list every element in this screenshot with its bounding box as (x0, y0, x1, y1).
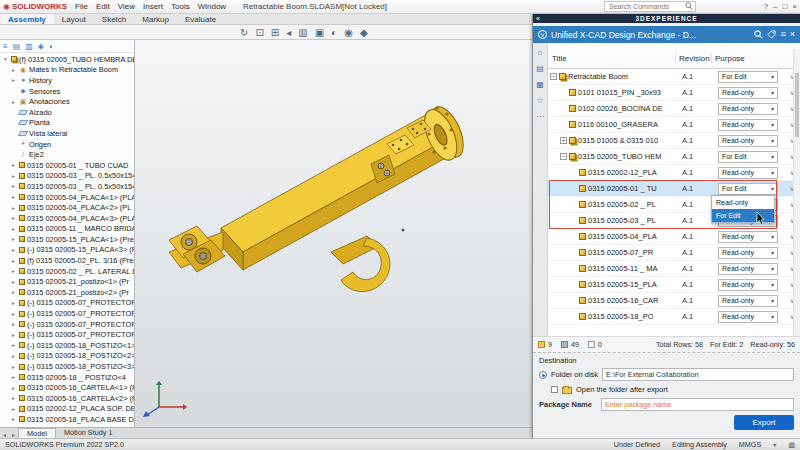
configuration-manager-icon[interactable]: ▥ (25, 42, 33, 51)
tree-expander-icon[interactable]: ▸ (10, 289, 17, 295)
chevron-circle-icon[interactable]: ∨ (538, 30, 547, 39)
table-row[interactable]: −Retractable BoomA.1For Edit▾∨ (548, 69, 800, 85)
menu-edit[interactable]: Edit (92, 2, 114, 11)
purpose-dropdown[interactable]: For Edit▾ (718, 151, 778, 163)
purpose-dropdown[interactable]: Read-only▾ (718, 231, 778, 243)
purpose-dropdown[interactable]: Read-only▾ (718, 247, 778, 259)
panel-menu-icon[interactable]: ≡ (780, 30, 785, 39)
tree-expander-icon[interactable]: ▸ (10, 364, 17, 370)
table-row[interactable]: 0116 00100_GRASERAA.1Read-only▾∨ (548, 117, 800, 133)
table-row[interactable]: 0102 02026_BOCINA DEA.1Read-only▾∨ (548, 101, 800, 117)
tree-item[interactable]: ▸0315 02005-21_postizo<1> (Pr (2, 276, 134, 287)
tree-expander-icon[interactable]: ▸ (10, 321, 17, 327)
dropdown-option-readonly[interactable]: Read-only (712, 196, 774, 209)
tree-item[interactable]: ▸▣Anotaciones (2, 96, 134, 107)
tree-expander-icon[interactable]: ▸ (10, 183, 17, 189)
tag-icon[interactable] (767, 30, 776, 39)
home-icon[interactable]: ⌂ (538, 48, 543, 57)
tree-item[interactable]: ▸(-) 0315 02005-18_POSTIZO<2> (2, 351, 134, 362)
row-expander-icon[interactable]: − (550, 73, 557, 80)
tab-scroll-left-icon[interactable]: ◂ (0, 431, 9, 438)
boom-model[interactable] (135, 40, 532, 427)
tree-expander-icon[interactable]: ▸ (10, 385, 17, 391)
close-window-icon[interactable]: × (792, 2, 797, 11)
help-icon[interactable]: ? (764, 2, 768, 11)
tree-item[interactable]: ▸(-) 0315 02005-15_PLACA<3> (Pred (2, 245, 134, 256)
table-row[interactable]: −0315 02005_TUBO HEMA.1For Edit▾∨ (548, 149, 800, 165)
tree-item[interactable]: Planta (2, 118, 134, 129)
maximize-icon[interactable]: □ (782, 2, 787, 11)
tree-expander-icon[interactable]: ▸ (10, 268, 17, 274)
menu-tools[interactable]: Tools (167, 2, 194, 11)
property-manager-icon[interactable]: ▤ (13, 42, 21, 51)
graphics-viewport[interactable] (135, 40, 532, 427)
table-row[interactable]: 0101 01015_PIN _30x93A.1Read-only▾∨ (548, 85, 800, 101)
menu-insert[interactable]: Insert (139, 2, 167, 11)
tree-item[interactable]: ▸(-) 0315 02005-07_PROTECTOR (2, 329, 134, 340)
ribbon-tab-evaluate[interactable]: Evaluate (177, 14, 224, 24)
tree-item[interactable]: ▸0315 02005-03 _ PL. 0.5x50x154 (2, 171, 134, 182)
zoom-area-icon[interactable]: ⊞ (271, 26, 279, 39)
purpose-dropdown[interactable]: Read-only▾ (718, 279, 778, 291)
search-input[interactable] (607, 2, 683, 11)
tree-item[interactable]: Vista lateral (2, 128, 134, 139)
tree-expander-icon[interactable]: ▸ (10, 194, 17, 200)
menu-file[interactable]: File (71, 2, 92, 11)
tree-item[interactable]: ▸0315 02005-01 _ TUBO CUAD (2, 160, 134, 171)
tree-item[interactable]: ▸0315 02005-18_PLACA BASE D (2, 414, 134, 425)
table-scrollbar[interactable] (793, 49, 800, 336)
folders-icon[interactable]: ▦ (536, 80, 544, 89)
tree-expander-icon[interactable]: ▸ (10, 311, 17, 317)
favorites-icon[interactable]: ☆ (536, 96, 543, 105)
purpose-dropdown[interactable]: For Edit▾ (718, 183, 778, 195)
export-button[interactable]: Export (734, 415, 794, 430)
package-name-input[interactable] (601, 398, 794, 411)
ribbon-tab-sketch[interactable]: Sketch (94, 14, 134, 24)
open-folder-checkbox[interactable] (551, 386, 558, 393)
tree-item[interactable]: ▸(f) 0315 02005-02_PL. 3/16 (Pred (2, 255, 134, 266)
tree-expander-icon[interactable]: ▸ (10, 353, 17, 359)
tree-item[interactable]: ◈Sensores (2, 86, 134, 97)
purpose-dropdown[interactable]: Read-only▾ (718, 311, 778, 323)
tree-item[interactable]: /Eje2 (2, 149, 134, 160)
tree-expander-icon[interactable]: ▸ (10, 258, 17, 264)
tree-item[interactable]: ▸●History (2, 75, 134, 86)
display-style-icon[interactable]: ◐ (331, 26, 337, 39)
command-search[interactable] (604, 1, 696, 12)
folder-on-disk-radio[interactable] (539, 371, 547, 379)
tab-scroll-right-icon[interactable]: ▸ (9, 431, 18, 438)
tree-item[interactable]: ▸0315 02002-12_PLACA SOP. DE (2, 404, 134, 415)
tree-item[interactable]: ▸0315 02005-16_CARTELA<2> (P (2, 393, 134, 404)
purpose-dropdown[interactable]: Read-only▾ (718, 167, 778, 179)
tree-item[interactable]: ▸0315 02005-04_PLACA<3> (PLA (2, 213, 134, 224)
row-expander-icon[interactable]: + (560, 137, 567, 144)
view-orientation-icon[interactable]: ▣ (315, 26, 324, 39)
zoom-fit-icon[interactable]: ⊡ (255, 26, 263, 39)
tree-expander-icon[interactable]: ▸ (10, 67, 17, 73)
purpose-dropdown[interactable]: Read-only▾ (718, 135, 778, 147)
ribbon-tab-assembly[interactable]: Assembly (0, 14, 54, 24)
table-row[interactable]: 0315 02005-07_PRA.1Read-only▾∨ (548, 245, 800, 261)
table-row[interactable]: 0315 02005-11 _ MAA.1Read-only▾∨ (548, 261, 800, 277)
menu-view[interactable]: View (114, 2, 139, 11)
tree-expander-icon[interactable]: ▸ (10, 236, 17, 242)
ribbon-tab-layout[interactable]: Layout (54, 14, 94, 24)
tree-expander-icon[interactable]: ▸ (10, 332, 17, 338)
purpose-dropdown[interactable]: For Edit▾ (718, 71, 778, 83)
folder-path-input[interactable] (602, 368, 794, 381)
tree-expander-icon[interactable]: ▸ (10, 279, 17, 285)
tree-item[interactable]: ▸0315 02005-18 _ POSTIZO<4 (2, 372, 134, 383)
tree-expander-icon[interactable]: ▾ (2, 56, 9, 62)
tree-item[interactable]: ▸0315 02005-15_PLACA<1> (Pre (2, 234, 134, 245)
panel-close-icon[interactable]: × (790, 30, 795, 39)
tree-item[interactable]: +Origen (2, 139, 134, 150)
tree-expander-icon[interactable]: ▸ (10, 374, 17, 380)
tree-item[interactable]: ▸(-) 0315 02005-07_PROTECTOR (2, 298, 134, 309)
status-grid-icon[interactable]: ▦ (788, 440, 795, 449)
results-icon[interactable]: ▤ (536, 64, 544, 73)
purpose-dropdown[interactable]: Read-only▾ (718, 103, 778, 115)
tree-item[interactable]: ▸0315 02005-21_postizo<2> (Pr (2, 287, 134, 298)
row-expander-icon[interactable]: − (560, 153, 567, 160)
tree-item[interactable]: ▸(-) 0315 02005-18_POSTIZO<1> (2, 340, 134, 351)
table-row[interactable]: +0315 01005 & 0315 010A.1Read-only▾∨ (548, 133, 800, 149)
